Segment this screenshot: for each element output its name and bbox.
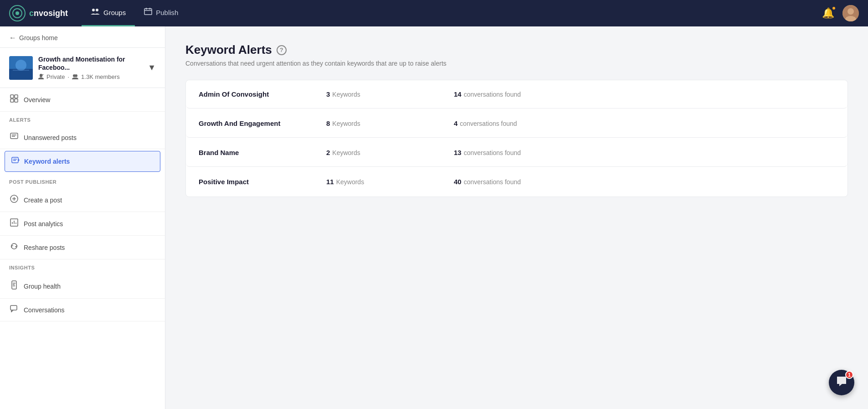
alerts-section-label: ALERTS — [0, 112, 165, 126]
group-dropdown-icon[interactable]: ▼ — [148, 63, 156, 72]
svg-rect-13 — [10, 95, 14, 98]
group-name: Growth and Monetisation for Faceboo... — [38, 55, 142, 72]
sidebar-item-keyword-alerts[interactable]: Keyword alerts — [5, 151, 160, 172]
conv-count-0: 14 — [454, 90, 462, 98]
kw-label-0: Keywords — [332, 91, 360, 98]
conv-label-3: conversations found — [464, 178, 521, 186]
reshare-posts-label: Reshare posts — [24, 244, 65, 251]
kw-count-3: 11 — [326, 178, 334, 186]
kw-count-1: 8 — [326, 119, 330, 127]
notification-bell[interactable]: 🔔 — [822, 7, 834, 19]
keyword-alerts-icon — [11, 157, 20, 166]
alert-row-admin-of-convosight[interactable]: Admin Of Convosight 3 Keywords 14 conver… — [186, 80, 847, 109]
alert-keywords-1: 8 Keywords — [326, 119, 454, 127]
group-details: Growth and Monetisation for Faceboo... P… — [38, 55, 142, 80]
chat-fab[interactable]: 1 — [829, 370, 854, 395]
back-label: Groups home — [19, 34, 58, 41]
nav-publish-label: Publish — [156, 9, 178, 16]
top-navigation: cnvosight Groups Publish — [0, 0, 868, 26]
alert-keywords-0: 3 Keywords — [326, 90, 454, 98]
kw-label-1: Keywords — [332, 120, 360, 127]
create-post-label: Create a post — [24, 197, 62, 204]
nav-groups-label: Groups — [103, 9, 126, 16]
back-to-groups[interactable]: ← Groups home — [0, 26, 165, 48]
sidebar-item-conversations[interactable]: Conversations — [0, 299, 165, 321]
page-title: Keyword Alerts — [185, 43, 272, 57]
main-content: Keyword Alerts ? Conversations that need… — [165, 26, 868, 409]
sidebar: ← Groups home Growth and Monetisation fo… — [0, 26, 165, 409]
group-health-label: Group health — [24, 283, 61, 290]
svg-point-6 — [847, 8, 854, 15]
conv-count-2: 13 — [454, 149, 462, 156]
reshare-posts-icon — [9, 242, 19, 253]
sidebar-item-create-post[interactable]: Create a post — [0, 188, 165, 212]
keyword-alerts-list: Admin Of Convosight 3 Keywords 14 conver… — [185, 80, 848, 197]
overview-label: Overview — [24, 96, 50, 104]
groups-icon — [91, 8, 100, 17]
svg-rect-14 — [15, 95, 18, 98]
svg-rect-16 — [15, 99, 18, 102]
logo-icon — [9, 5, 26, 21]
sidebar-item-post-analytics[interactable]: Post analytics — [0, 212, 165, 236]
help-icon[interactable]: ? — [277, 45, 287, 55]
logo[interactable]: cnvosight — [9, 5, 68, 21]
keyword-alerts-label: Keyword alerts — [24, 158, 70, 165]
page-subtitle: Conversations that need urgent attention… — [185, 60, 848, 67]
nav-groups[interactable]: Groups — [82, 0, 135, 26]
nav-publish[interactable]: Publish — [135, 0, 187, 26]
sidebar-item-unanswered-posts[interactable]: Unanswered posts — [0, 126, 165, 149]
alert-name-3: Positive Impact — [199, 178, 326, 186]
conv-count-1: 4 — [454, 119, 457, 127]
conversations-icon — [9, 305, 19, 315]
conv-label-0: conversations found — [464, 91, 521, 98]
sidebar-item-reshare-posts[interactable]: Reshare posts — [0, 236, 165, 259]
conv-label-2: conversations found — [464, 149, 521, 156]
svg-point-1 — [15, 11, 19, 15]
nav-items: Groups Publish — [82, 0, 187, 26]
kw-count-2: 2 — [326, 149, 330, 156]
kw-label-2: Keywords — [332, 149, 360, 156]
group-privacy: Private — [46, 73, 65, 80]
group-thumbnail — [9, 56, 33, 80]
group-members: 1.3K members — [81, 73, 120, 80]
unanswered-posts-label: Unanswered posts — [24, 134, 77, 141]
create-post-icon — [9, 195, 19, 205]
alert-keywords-2: 2 Keywords — [326, 149, 454, 156]
publish-icon — [144, 7, 152, 18]
sidebar-item-group-health[interactable]: Group health — [0, 274, 165, 299]
main-layout: ← Groups home Growth and Monetisation fo… — [0, 26, 868, 409]
group-health-icon — [9, 280, 19, 292]
separator: · — [67, 73, 69, 80]
svg-rect-11 — [13, 70, 29, 71]
alert-row-growth-and-engagement[interactable]: Growth And Engagement 8 Keywords 4 conve… — [186, 109, 847, 138]
svg-rect-20 — [12, 157, 18, 163]
svg-rect-34 — [10, 305, 17, 310]
sidebar-item-overview[interactable]: Overview — [0, 88, 165, 112]
svg-rect-17 — [10, 133, 18, 139]
overview-icon — [9, 94, 19, 105]
alert-conversations-3: 40 conversations found — [454, 178, 521, 186]
conv-label-1: conversations found — [460, 120, 517, 127]
post-analytics-label: Post analytics — [24, 220, 63, 228]
avatar[interactable] — [842, 5, 859, 21]
insights-section-label: INSIGHTS — [0, 259, 165, 274]
group-meta: Private · 1.3K members — [38, 73, 142, 80]
alert-keywords-3: 11 Keywords — [326, 178, 454, 186]
unanswered-posts-icon — [9, 133, 19, 142]
svg-rect-4 — [144, 9, 152, 15]
alert-row-brand-name[interactable]: Brand Name 2 Keywords 13 conversations f… — [186, 139, 847, 167]
post-analytics-icon — [9, 218, 19, 229]
svg-rect-30 — [12, 281, 16, 289]
conversations-label: Conversations — [24, 306, 65, 314]
alert-name-2: Brand Name — [199, 149, 326, 156]
svg-point-2 — [92, 9, 95, 11]
chat-fab-icon — [836, 375, 847, 390]
svg-rect-15 — [10, 99, 14, 102]
alert-conversations-1: 4 conversations found — [454, 119, 517, 127]
topnav-right: 🔔 — [822, 5, 859, 21]
kw-label-3: Keywords — [336, 178, 364, 186]
alert-name-0: Admin Of Convosight — [199, 90, 326, 98]
alert-row-positive-impact[interactable]: Positive Impact 11 Keywords 40 conversat… — [186, 168, 847, 196]
alert-name-1: Growth And Engagement — [199, 119, 326, 127]
svg-point-3 — [96, 9, 98, 11]
